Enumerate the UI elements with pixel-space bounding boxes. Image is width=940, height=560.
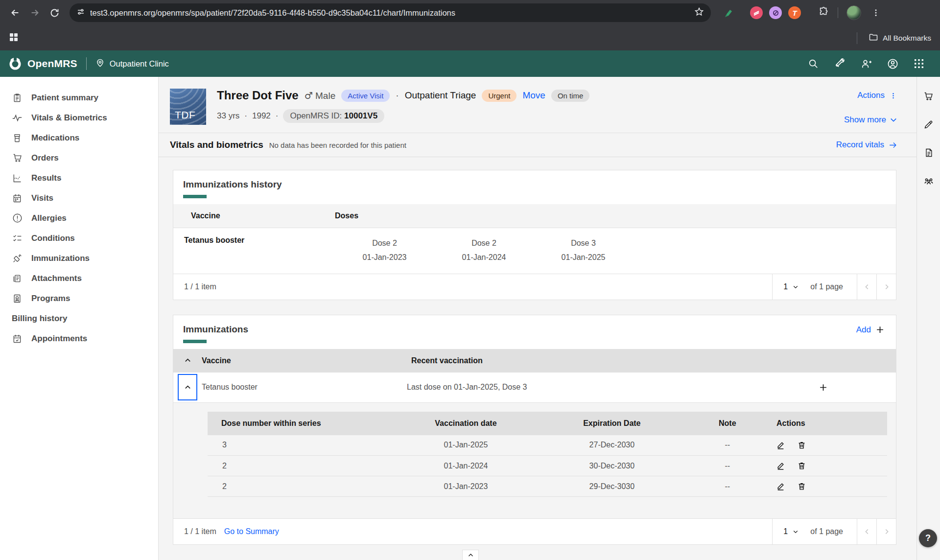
implementer-tools-icon[interactable] — [826, 50, 853, 77]
browser-menu-icon[interactable] — [868, 4, 884, 21]
vitals-title: Vitals and biometrics — [170, 140, 263, 150]
clinical-forms-icon[interactable] — [917, 110, 940, 139]
previous-page-button[interactable] — [857, 519, 876, 544]
t-extension-icon[interactable]: T — [788, 6, 801, 19]
expand-all-button[interactable] — [173, 357, 202, 364]
sidebar-item-allergies[interactable]: Allergies — [0, 208, 158, 228]
plus-icon — [819, 383, 827, 392]
visit-type-label: Outpatient Triage — [405, 90, 476, 101]
add-immunization-button[interactable]: Add — [856, 324, 884, 335]
show-more-label: Show more — [844, 115, 886, 125]
delete-icon[interactable] — [798, 462, 806, 470]
move-link[interactable]: Move — [522, 90, 545, 101]
bookmark-star-icon[interactable] — [694, 7, 704, 19]
col-note: Note — [683, 412, 772, 435]
male-icon: ♂ — [305, 90, 313, 101]
next-page-button[interactable] — [876, 274, 896, 300]
bookmarks-divider — [857, 32, 857, 44]
show-more-button[interactable]: Show more — [844, 115, 897, 125]
chevron-up-icon — [184, 384, 191, 391]
openmrs-logo-icon — [8, 56, 23, 71]
add-dose-button[interactable] — [819, 383, 827, 392]
highlighter-extension-icon[interactable] — [722, 6, 734, 19]
sidebar-item-vitals-biometrics[interactable]: Vitals & Biometrics — [0, 108, 158, 128]
all-bookmarks-label[interactable]: All Bookmarks — [883, 34, 931, 43]
clipboard-extension-icon[interactable] — [807, 8, 812, 17]
add-label: Add — [856, 325, 871, 335]
address-bar[interactable]: test3.openmrs.org/openmrs/spa/patient/72… — [70, 3, 711, 22]
record-vitals-link[interactable]: Record vitals — [836, 140, 897, 150]
sidebar-item-programs[interactable]: Programs — [0, 288, 158, 308]
sidebar-label: Programs — [31, 294, 70, 303]
edit-icon[interactable] — [776, 482, 785, 490]
url-text[interactable]: test3.openmrs.org/openmrs/spa/patient/72… — [90, 8, 689, 18]
add-user-icon[interactable] — [853, 50, 879, 77]
patient-birth-year: 1992 — [252, 111, 271, 121]
table-row: 2 01-Jan-2024 30-Dec-2030 -- — [208, 456, 887, 476]
user-account-icon[interactable] — [879, 50, 906, 77]
previous-page-button[interactable] — [857, 274, 876, 300]
title-accent-bar — [183, 195, 207, 198]
appointments-icon — [12, 333, 23, 344]
search-icon[interactable] — [800, 50, 826, 77]
sidebar-item-patient-summary[interactable]: Patient summary — [0, 88, 158, 108]
immunizations-history-table: Vaccine Doses Tetanus booster Dose 2 01-… — [173, 204, 896, 274]
patient-id-pill: OpenMRS ID: 10001V5 — [283, 109, 384, 123]
sidebar-label: Attachments — [31, 274, 82, 283]
sidebar-item-billing-history[interactable]: Billing history — [0, 308, 158, 328]
delete-icon[interactable] — [798, 441, 806, 449]
caret-left-icon — [864, 283, 870, 290]
care-team-icon[interactable] — [917, 167, 940, 195]
sidebar-item-conditions[interactable]: Conditions — [0, 228, 158, 248]
jira-extension-icon[interactable] — [741, 8, 744, 17]
page-count: of 1 page — [810, 274, 857, 300]
page-select[interactable]: 1 — [773, 519, 810, 544]
sidebar-item-appointments[interactable]: Appointments — [0, 328, 158, 349]
notes-icon[interactable] — [917, 139, 940, 167]
location-picker[interactable]: Outpatient Clinic — [95, 58, 169, 70]
order-basket-icon[interactable] — [917, 82, 940, 110]
extensions-puzzle-icon[interactable] — [819, 6, 829, 19]
page-number: 1 — [783, 282, 788, 291]
doses-table: Dose number within series Vaccination da… — [208, 412, 887, 497]
edit-icon[interactable] — [776, 441, 785, 449]
browser-profile-avatar[interactable] — [846, 5, 861, 20]
sidebar-item-orders[interactable]: Orders — [0, 148, 158, 168]
edit-icon[interactable] — [776, 462, 785, 470]
sidebar-item-attachments[interactable]: Attachments — [0, 268, 158, 288]
sidebar-item-visits[interactable]: Visits — [0, 188, 158, 208]
sidebar-label: Vitals & Biometrics — [31, 113, 107, 123]
warning-icon — [12, 213, 23, 224]
purple-extension-icon[interactable] — [769, 6, 782, 19]
sidebar-item-immunizations[interactable]: Immunizations — [0, 248, 158, 268]
openmrs-logo[interactable]: OpenMRS — [8, 56, 77, 71]
page-select[interactable]: 1 — [773, 274, 810, 300]
browser-back-button[interactable] — [7, 4, 24, 21]
patient-age: 33 yrs — [217, 111, 239, 121]
table-row: Tetanus booster Dose 2 01-Jan-2023 Dose … — [173, 228, 896, 274]
col-expiration-date: Expiration Date — [540, 412, 683, 435]
app-switcher-icon[interactable] — [906, 50, 932, 77]
separator-dot: · — [276, 111, 279, 121]
actions-label: Actions — [857, 91, 885, 100]
collapse-panel-tab[interactable] — [462, 550, 479, 560]
collapse-row-button[interactable] — [178, 374, 197, 400]
next-page-button[interactable] — [876, 519, 896, 544]
help-button[interactable]: ? — [919, 529, 937, 547]
action-rail: ? — [916, 77, 940, 560]
go-to-summary-link[interactable]: Go to Summary — [224, 527, 279, 536]
cart-icon — [12, 153, 23, 163]
browser-forward-button[interactable] — [26, 4, 43, 21]
sidebar-item-medications[interactable]: Medications — [0, 128, 158, 148]
sidebar-item-results[interactable]: Results — [0, 168, 158, 188]
table-row: 2 01-Jan-2023 29-Dec-3030 -- — [208, 476, 887, 497]
apps-grid-icon[interactable] — [9, 32, 19, 44]
bookmarks-bar: All Bookmarks — [0, 25, 940, 50]
status-extension-icon[interactable] — [750, 6, 763, 19]
actions-menu-button[interactable]: Actions — [857, 91, 897, 100]
site-settings-icon[interactable] — [76, 7, 85, 18]
overflow-menu-icon[interactable] — [890, 92, 897, 99]
sidebar-label: Results — [31, 173, 61, 183]
delete-icon[interactable] — [798, 482, 806, 490]
browser-reload-button[interactable] — [46, 4, 63, 21]
